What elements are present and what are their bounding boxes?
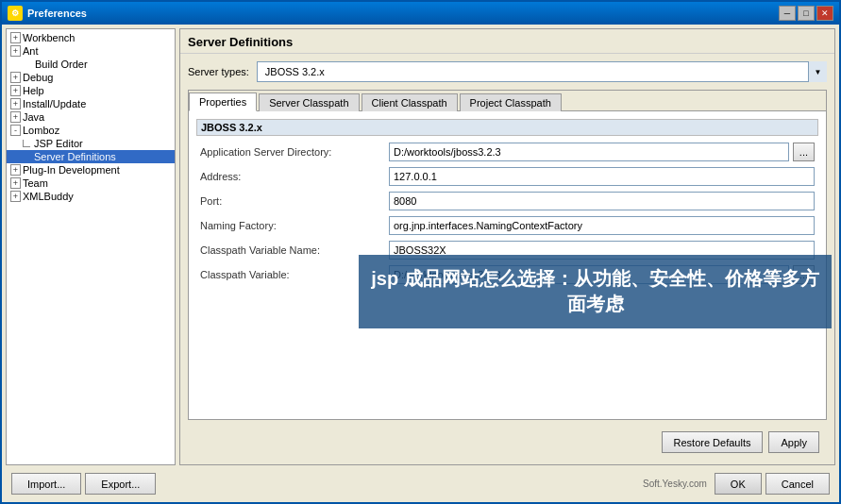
field-label: Classpath Variable Name:	[196, 238, 385, 262]
field-row-naming	[389, 216, 815, 235]
titlebar: ⚙ Preferences ─ □ ✕	[2, 2, 839, 25]
expand-icon: +	[10, 85, 21, 96]
field-value-cell	[385, 213, 818, 238]
properties-form: Application Server Directory: ...	[196, 140, 818, 287]
tree-item-ant[interactable]: + Ant	[7, 44, 175, 58]
appdir-browse-button[interactable]: ...	[793, 143, 815, 161]
expand-icon: +	[10, 72, 21, 83]
tree-item-server-definitions[interactable]: Server Definitions	[7, 150, 175, 163]
cancel-button[interactable]: Cancel	[765, 473, 830, 495]
tab-properties[interactable]: Properties	[189, 92, 257, 111]
apply-button[interactable]: Apply	[768, 431, 819, 453]
bottom-right: Soft.Yesky.com OK Cancel	[643, 473, 830, 495]
tree-label: Team	[23, 177, 48, 189]
tree-item-team[interactable]: + Team	[7, 176, 175, 190]
table-row: Application Server Directory: ...	[196, 140, 818, 164]
tree-label: XMLBuddy	[23, 191, 74, 202]
expand-icon: +	[10, 164, 21, 176]
import-button[interactable]: Import...	[11, 473, 81, 495]
server-type-select-wrapper[interactable]: JBOSS 3.2.x JBOSS 4.x Tomcat 4.x Tomcat …	[257, 61, 827, 82]
restore-defaults-button[interactable]: Restore Defaults	[662, 431, 764, 453]
window-title: Preferences	[27, 8, 87, 19]
tree-label: Plug-In Development	[23, 164, 120, 176]
appdir-input[interactable]	[389, 143, 789, 161]
cpvar-browse-button[interactable]: ...	[793, 265, 815, 284]
expand-icon: +	[10, 45, 21, 57]
titlebar-left: ⚙ Preferences	[8, 6, 87, 21]
server-types-label: Server types:	[188, 66, 249, 77]
tab-project-classpath[interactable]: Project Classpath	[460, 93, 562, 111]
tree-item-build-order[interactable]: Build Order	[7, 58, 175, 71]
tab-bar: Properties Server Classpath Client Class…	[189, 91, 826, 111]
field-label: Address:	[196, 164, 385, 189]
expand-icon: +	[10, 177, 21, 189]
expand-icon: +	[10, 191, 21, 202]
tree-item-xmlbuddy[interactable]: + XMLBuddy	[7, 190, 175, 203]
window-body: + Workbench + Ant Build Order + Debug	[2, 25, 839, 502]
ok-button[interactable]: OK	[715, 473, 762, 495]
panel-title: Server Definitions	[180, 29, 834, 54]
right-content-wrapper: Server Definitions Server types: JBOSS 3…	[179, 28, 835, 465]
bottom-action-buttons: OK Cancel	[715, 473, 830, 495]
tree-item-jsp-editor[interactable]: JSP Editor	[7, 137, 175, 150]
expand-icon: +	[10, 98, 21, 109]
tree-label: Install/Update	[23, 98, 86, 109]
preferences-window: ⚙ Preferences ─ □ ✕ + Workbench + Ant	[0, 0, 841, 504]
field-value-cell	[385, 164, 818, 189]
tab-content-properties: JBOSS 3.2.x Application Server Directory…	[189, 111, 826, 419]
cpvarname-input[interactable]	[389, 241, 815, 260]
app-icon: ⚙	[8, 6, 23, 21]
expand-icon: +	[10, 111, 21, 123]
tab-client-classpath[interactable]: Client Classpath	[362, 93, 458, 111]
tab-server-classpath[interactable]: Server Classpath	[259, 93, 359, 111]
field-value-cell: ...	[385, 262, 818, 287]
tree-item-help[interactable]: + Help	[7, 84, 175, 97]
tree-label: Help	[23, 85, 44, 96]
table-row: Classpath Variable: ...	[196, 262, 818, 287]
table-row: Address:	[196, 164, 818, 189]
address-input[interactable]	[389, 167, 815, 186]
field-row-appdir: ...	[389, 143, 815, 161]
export-button[interactable]: Export...	[85, 473, 156, 495]
table-row: Naming Factory:	[196, 213, 818, 238]
tree-item-java[interactable]: + Java	[7, 110, 175, 124]
field-row-cpvarname	[389, 241, 815, 260]
naming-input[interactable]	[389, 216, 815, 235]
tree-label: JSP Editor	[34, 138, 83, 149]
field-value-cell	[385, 189, 818, 213]
defaults-row: Restore Defaults Apply	[188, 428, 827, 457]
server-type-select[interactable]: JBOSS 3.2.x JBOSS 4.x Tomcat 4.x Tomcat …	[257, 61, 827, 82]
tree-item-workbench[interactable]: + Workbench	[7, 31, 175, 44]
tree-label: Build Order	[35, 59, 88, 70]
minimize-button[interactable]: ─	[779, 6, 796, 21]
cpvar-input[interactable]	[389, 265, 789, 284]
content-panel: Server Definitions Server types: JBOSS 3…	[179, 28, 835, 465]
section-header: JBOSS 3.2.x	[196, 119, 818, 136]
tree-item-lomboz[interactable]: - Lomboz	[7, 124, 175, 137]
port-input[interactable]	[389, 192, 815, 210]
table-row: Classpath Variable Name:	[196, 238, 818, 262]
main-area: + Workbench + Ant Build Order + Debug	[6, 28, 835, 465]
field-row-address	[389, 167, 815, 186]
field-label: Port:	[196, 189, 385, 213]
tree-item-debug[interactable]: + Debug	[7, 71, 175, 84]
tree-item-plugin[interactable]: + Plug-In Development	[7, 163, 175, 176]
tree-label: Ant	[23, 45, 39, 57]
field-label: Classpath Variable:	[196, 262, 385, 287]
server-types-row: Server types: JBOSS 3.2.x JBOSS 4.x Tomc…	[188, 61, 827, 82]
field-value-cell: ...	[385, 140, 818, 164]
tree-item-install-update[interactable]: + Install/Update	[7, 97, 175, 110]
close-button[interactable]: ✕	[816, 6, 833, 21]
field-value-cell	[385, 238, 818, 262]
field-label: Naming Factory:	[196, 213, 385, 238]
field-row-cpvar: ...	[389, 265, 815, 284]
bottom-left-buttons: Import... Export...	[11, 473, 156, 495]
watermark: Soft.Yesky.com	[643, 479, 707, 489]
tree-label: Debug	[23, 72, 53, 83]
tree-label: Java	[23, 111, 44, 123]
tree-panel[interactable]: + Workbench + Ant Build Order + Debug	[6, 28, 176, 465]
maximize-button[interactable]: □	[798, 6, 815, 21]
field-label: Application Server Directory:	[196, 140, 385, 164]
titlebar-buttons: ─ □ ✕	[779, 6, 833, 21]
tree-label: Server Definitions	[34, 151, 116, 162]
